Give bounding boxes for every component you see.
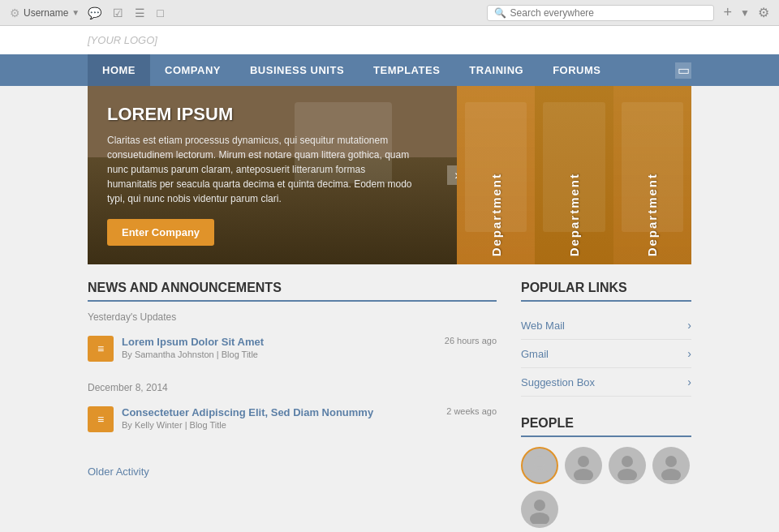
news-icon-1: ≡ — [88, 336, 114, 362]
hero-content: LOREM IPSUM Claritas est etiam processus… — [107, 104, 415, 246]
person-avatar-5-icon — [525, 495, 554, 524]
dept-label-2: Department — [567, 157, 581, 256]
popular-link-gmail[interactable]: Gmail › — [521, 340, 691, 368]
popular-links-title: POPULAR LINKS — [521, 281, 691, 302]
popular-link-gmail-arrow: › — [687, 347, 691, 360]
tasks-icon[interactable]: ☑ — [113, 6, 123, 19]
topbar-icons: 💬 ☑ ☰ □ — [88, 6, 163, 19]
news-author-2: By Kelly Winter — [122, 420, 183, 430]
navbar-expand-icon[interactable]: ▭ — [675, 62, 691, 79]
person-avatar-4[interactable] — [652, 447, 690, 484]
news-blog-2: Blog Title — [190, 420, 226, 430]
hero-section: LOREM IPSUM Claritas est etiam processus… — [88, 86, 691, 264]
news-group-2: December 8, 2014 ≡ Consectetuer Adipisci… — [88, 382, 497, 440]
enter-company-button[interactable]: Enter Company — [107, 219, 214, 246]
person-avatar-4-icon — [656, 451, 686, 480]
main-content: NEWS AND ANNOUNCEMENTS Yesterday's Updat… — [88, 264, 691, 532]
logo-text: [YOUR LOGO] — [88, 34, 157, 46]
news-time-2: 2 weeks ago — [446, 406, 497, 416]
news-meta-2: By Kelly Winter | Blog Title — [122, 420, 373, 430]
topbar: ⚙ Username ▼ 💬 ☑ ☰ □ 🔍 + ▼ ⚙ — [0, 0, 779, 26]
nav-forums[interactable]: FORUMS — [538, 54, 615, 86]
popular-links-section: POPULAR LINKS Web Mail › Gmail › Suggest… — [521, 281, 691, 397]
search-bar[interactable]: 🔍 — [487, 5, 714, 21]
svg-point-2 — [578, 456, 589, 467]
popular-link-suggestion-label: Suggestion Box — [521, 376, 595, 388]
add-icon[interactable]: + — [724, 4, 733, 21]
svg-point-6 — [665, 456, 677, 467]
list-icon[interactable]: ☰ — [135, 6, 145, 19]
popular-link-suggestion[interactable]: Suggestion Box › — [521, 368, 691, 397]
chat-icon[interactable]: 💬 — [88, 6, 101, 19]
svg-point-7 — [661, 469, 681, 480]
svg-point-3 — [574, 469, 593, 480]
popular-link-gmail-label: Gmail — [521, 348, 549, 360]
news-author-1: By Samantha Johnston — [122, 350, 214, 359]
people-section-title: PEOPLE — [521, 416, 691, 437]
svg-point-5 — [618, 469, 637, 480]
nav-templates[interactable]: TEMPLATES — [359, 54, 454, 86]
news-title-2[interactable]: Consectetuer Adipiscing Elit, Sed Diam N… — [122, 406, 373, 418]
dept-panel-3[interactable]: Department — [613, 86, 691, 264]
dept-panel-2[interactable]: Department — [535, 86, 613, 264]
topbar-right: + ▼ ⚙ — [724, 4, 769, 21]
person-avatar-2[interactable] — [565, 447, 602, 484]
dropdown-icon[interactable]: ▼ — [740, 7, 750, 19]
right-column: POPULAR LINKS Web Mail › Gmail › Suggest… — [521, 281, 691, 532]
topbar-user[interactable]: ⚙ Username ▼ — [10, 6, 80, 19]
popular-link-webmail[interactable]: Web Mail › — [521, 311, 691, 340]
hero-title: LOREM IPSUM — [107, 104, 415, 125]
news-section-title: NEWS AND ANNOUNCEMENTS — [88, 281, 497, 302]
nav-business-units[interactable]: BUSINESS UNITS — [235, 54, 359, 86]
news-group-1: Yesterday's Updates ≡ Lorem Ipsum Dolor … — [88, 311, 497, 369]
hero-main: LOREM IPSUM Claritas est etiam processus… — [88, 86, 457, 264]
person-avatar-3-icon — [613, 451, 642, 480]
svg-point-0 — [534, 456, 545, 467]
popular-link-suggestion-arrow: › — [687, 375, 691, 388]
department-panels: Department Department Department — [457, 86, 691, 264]
dept-label-3: Department — [645, 157, 659, 256]
svg-point-8 — [534, 500, 545, 511]
person-avatar-3[interactable] — [609, 447, 646, 484]
nav-company[interactable]: COMPANY — [150, 54, 235, 86]
news-date-2: December 8, 2014 — [88, 382, 497, 393]
older-activity-link[interactable]: Older Activity — [88, 466, 149, 478]
news-item-2: ≡ Consectetuer Adipiscing Elit, Sed Diam… — [88, 400, 497, 440]
settings-icon[interactable]: ⚙ — [758, 5, 769, 20]
news-content-1: Lorem Ipsum Dolor Sit Amet By Samantha J… — [122, 336, 264, 359]
nav-training[interactable]: TRAINING — [454, 54, 538, 86]
dept-label-1: Department — [489, 157, 503, 256]
people-section: PEOPLE — [521, 416, 691, 532]
news-blog-1: Blog Title — [222, 350, 258, 359]
search-icon: 🔍 — [494, 7, 506, 19]
news-title-1[interactable]: Lorem Ipsum Dolor Sit Amet — [122, 336, 264, 348]
news-time-1: 26 hours ago — [445, 336, 497, 345]
dept-panel-1[interactable]: Department — [457, 86, 535, 264]
news-date-1: Yesterday's Updates — [88, 311, 497, 323]
username-label[interactable]: Username — [24, 7, 68, 19]
news-item-row-2: Consectetuer Adipiscing Elit, Sed Diam N… — [122, 406, 497, 430]
username-dropdown-icon[interactable]: ▼ — [71, 8, 80, 17]
person-avatar-2-icon — [569, 451, 598, 480]
svg-point-9 — [530, 513, 549, 524]
nav-home[interactable]: HOME — [88, 54, 150, 86]
search-input[interactable] — [510, 7, 707, 19]
topbar-left: ⚙ Username ▼ 💬 ☑ ☰ □ — [10, 6, 477, 19]
svg-point-1 — [530, 469, 549, 480]
calendar-icon[interactable]: □ — [157, 6, 163, 19]
person-avatar-1[interactable] — [521, 447, 558, 484]
user-icon: ⚙ — [10, 6, 20, 19]
news-column: NEWS AND ANNOUNCEMENTS Yesterday's Updat… — [88, 281, 497, 532]
navbar: HOME COMPANY BUSINESS UNITS TEMPLATES TR… — [0, 54, 779, 86]
svg-point-4 — [622, 456, 633, 467]
hero-next-arrow[interactable]: › — [447, 165, 457, 185]
news-icon-2: ≡ — [88, 406, 114, 432]
news-body-2: Consectetuer Adipiscing Elit, Sed Diam N… — [122, 406, 497, 430]
news-body-1: Lorem Ipsum Dolor Sit Amet By Samantha J… — [122, 336, 497, 359]
popular-link-webmail-arrow: › — [687, 319, 691, 332]
news-meta-1: By Samantha Johnston | Blog Title — [122, 350, 264, 359]
popular-link-webmail-label: Web Mail — [521, 320, 565, 332]
person-avatar-5[interactable] — [521, 491, 558, 528]
people-grid — [521, 447, 691, 528]
news-item-1: ≡ Lorem Ipsum Dolor Sit Amet By Samantha… — [88, 329, 497, 369]
